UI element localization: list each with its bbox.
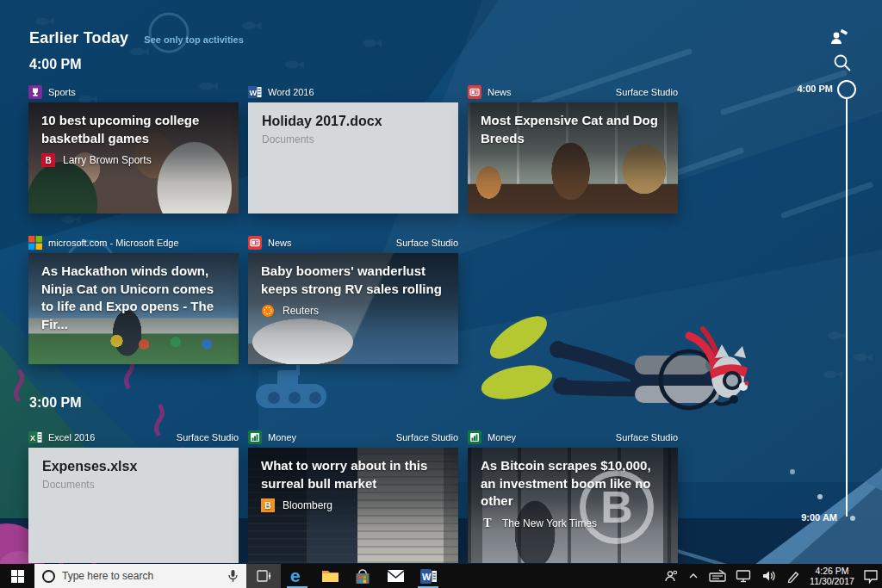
touch-keyboard-icon: [709, 569, 726, 583]
card-device-label: Surface Studio: [177, 432, 239, 443]
activity-card-money-bull[interactable]: Money Surface Studio What to worry about…: [248, 430, 458, 563]
activity-card-sports[interactable]: Sports 10 best upcoming college basketba…: [28, 85, 239, 214]
windows-logo-icon: [11, 570, 24, 583]
card-preview: B As Bitcoin scrapes $10,000, an investm…: [468, 448, 678, 563]
money-app-icon: [248, 430, 262, 444]
people-icon: [664, 569, 678, 583]
touch-keyboard-button[interactable]: [705, 564, 730, 588]
timeline-scrubber-track[interactable]: [846, 99, 848, 517]
card-preview: 10 best upcoming college basketball game…: [28, 102, 239, 214]
user-annotation-icon[interactable]: [829, 28, 848, 51]
card-device-label: Surface Studio: [396, 238, 458, 248]
volume-icon: [762, 569, 777, 583]
microphone-icon[interactable]: [227, 569, 239, 583]
volume-tray-button[interactable]: [756, 564, 782, 588]
store-taskbar-button[interactable]: [346, 564, 379, 588]
card-app-label: Money: [268, 432, 296, 443]
card-source-label: Larry Brown Sports: [63, 154, 152, 166]
taskbar-search-box[interactable]: [34, 564, 246, 588]
excel-app-icon: X: [28, 430, 42, 444]
activity-card-excel[interactable]: X Excel 2016 Surface Studio Expenses.xls…: [28, 430, 239, 563]
card-app-label: Money: [488, 432, 516, 443]
edge-taskbar-button[interactable]: e: [281, 564, 314, 588]
hidden-icons-button[interactable]: [682, 564, 705, 588]
clock-date: 11/30/2017: [810, 576, 854, 586]
card-preview: Baby boomers' wanderlust keeps strong RV…: [248, 253, 458, 364]
top-activities-link[interactable]: See only top activities: [144, 34, 244, 45]
card-preview: Most Expensive Cat and Dog Breeds: [468, 102, 678, 214]
new-york-times-logo-icon: T: [481, 517, 494, 530]
card-source: B Bloomberg: [248, 492, 458, 512]
scrubber-end-time: 9:00 AM: [794, 512, 837, 523]
card-app-label: News: [268, 238, 292, 248]
card-preview: Expenses.xlsx Documents: [28, 448, 239, 563]
time-group-label-4pm: 4:00 PM: [29, 57, 81, 72]
action-center-icon: [863, 569, 879, 584]
card-app-label: Word 2016: [268, 87, 314, 97]
card-title: Holiday 2017.docx: [262, 114, 444, 129]
word-taskbar-button[interactable]: W: [412, 564, 444, 588]
start-button[interactable]: [0, 564, 34, 588]
card-preview: Holiday 2017.docx Documents: [248, 102, 458, 214]
cortana-icon: [42, 570, 55, 583]
system-tray: 4:26 PM 11/30/2017: [660, 564, 882, 588]
people-tray-button[interactable]: [660, 564, 682, 588]
svg-text:W: W: [250, 89, 258, 97]
mail-icon: [387, 569, 405, 583]
card-title: 10 best upcoming college basketball game…: [28, 102, 239, 147]
windows-ink-button[interactable]: [782, 564, 804, 588]
edge-icon: e: [288, 566, 307, 585]
taskbar-clock[interactable]: 4:26 PM 11/30/2017: [804, 564, 860, 588]
card-source-label: Reuters: [283, 305, 319, 317]
card-subtitle: Documents: [42, 479, 225, 491]
microsoft-logo-icon: [28, 236, 42, 250]
activity-card-word[interactable]: W Word 2016 Holiday 2017.docx Documents: [248, 85, 458, 214]
activity-card-edge[interactable]: microsoft.com - Microsoft Edge As Hackat…: [28, 236, 239, 364]
card-source: T The New York Times: [468, 511, 678, 530]
search-input[interactable]: [62, 570, 220, 582]
file-explorer-icon: [321, 568, 339, 584]
larry-brown-sports-logo-icon: B: [41, 153, 55, 167]
time-group-label-3pm: 3:00 PM: [29, 395, 81, 411]
card-device-label: Surface Studio: [616, 87, 678, 97]
action-center-button[interactable]: [860, 564, 882, 588]
card-app-label: Excel 2016: [48, 432, 95, 443]
taskbar: e W: [0, 564, 882, 588]
card-source: Reuters: [248, 298, 458, 318]
mail-taskbar-button[interactable]: [379, 564, 412, 588]
network-icon: [736, 569, 751, 583]
timeline-scrubber-knob[interactable]: [837, 80, 856, 99]
card-title: Expenses.xlsx: [42, 459, 225, 474]
bloomberg-logo-icon: B: [261, 498, 275, 512]
word-icon: W: [419, 567, 438, 585]
activity-card-news-pets[interactable]: News Surface Studio Most Expensive Cat a…: [468, 85, 678, 214]
clock-time: 4:26 PM: [815, 566, 848, 576]
store-icon: [354, 567, 371, 585]
card-title: As Hackathon winds down, Ninja Cat on Un…: [28, 253, 239, 334]
card-title: As Bitcoin scrapes $10,000, an investmen…: [468, 448, 678, 511]
card-source-label: Bloomberg: [283, 499, 332, 511]
svg-text:W: W: [422, 572, 432, 582]
activity-card-news-rv[interactable]: News Surface Studio Baby boomers' wander…: [248, 236, 458, 364]
svg-text:e: e: [290, 566, 301, 585]
card-source-label: The New York Times: [502, 517, 597, 529]
card-preview: What to worry about in this surreal bull…: [248, 448, 458, 563]
news-app-icon: [468, 85, 481, 99]
file-explorer-taskbar-button[interactable]: [314, 564, 346, 588]
card-device-label: Surface Studio: [616, 432, 678, 443]
scrubber-start-time: 4:00 PM: [797, 84, 833, 94]
task-view-button[interactable]: [246, 564, 281, 588]
news-app-icon: [248, 236, 262, 250]
card-app-label: News: [488, 87, 512, 97]
word-app-icon: W: [248, 85, 262, 99]
network-tray-button[interactable]: [730, 564, 756, 588]
chevron-up-icon: [687, 570, 699, 582]
activity-card-money-bitcoin[interactable]: Money Surface Studio B As Bitcoin scrape…: [468, 430, 678, 563]
card-title: Baby boomers' wanderlust keeps strong RV…: [248, 253, 458, 298]
sports-app-icon: [28, 85, 42, 99]
card-title: Most Expensive Cat and Dog Breeds: [468, 102, 678, 147]
task-view-icon: [256, 568, 271, 584]
search-icon[interactable]: [832, 53, 853, 77]
card-device-label: Surface Studio: [396, 432, 458, 443]
card-source: B Larry Brown Sports: [28, 147, 239, 167]
